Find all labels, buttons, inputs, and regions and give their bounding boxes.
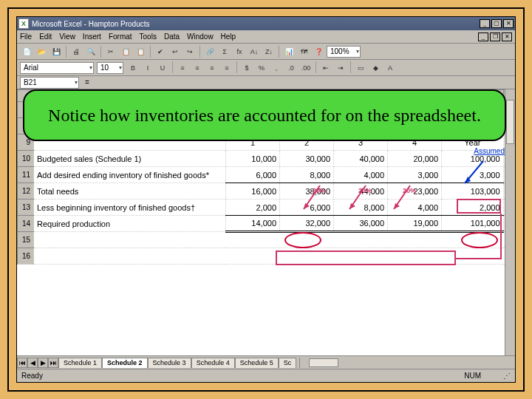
format-btn-16[interactable]: A [383,61,397,75]
toolbar-btn-8[interactable]: ✔ [154,45,167,58]
pct-arrow-3-icon [388,184,432,215]
tab-last-button[interactable]: ⏭ [48,358,58,368]
format-btn-8[interactable]: % [255,61,268,75]
status-left: Ready [21,372,43,380]
sheet-tab-3[interactable]: Schedule 4 [191,358,235,368]
doc-restore-button[interactable]: ❐ [490,33,500,41]
format-btn-0[interactable]: B [126,61,140,75]
font-size-combo[interactable]: 10 [97,62,123,74]
row-total-needs: 12 Total needs 16,00038,00044,00023,0001… [18,183,515,200]
format-btn-5[interactable]: ≡ [205,61,219,75]
toolbar-btn-3[interactable]: 🖨 [69,45,83,58]
menubar: FileEditViewInsertFormatToolsDataWindowH… [17,30,515,44]
menu-edit[interactable]: Edit [39,33,52,41]
format-btn-3[interactable]: ≡ [176,61,189,75]
toolbar-btn-10[interactable]: ↪ [183,45,197,58]
resize-grip-icon[interactable]: ⋰ [503,372,511,380]
toolbar-btn-7[interactable]: 📋 [134,45,147,58]
menu-file[interactable]: File [20,33,32,41]
standard-toolbar: 📄📂💾🖨🔍✂📋📋✔↩↪🔗ΣfxA↓Z↓📊🗺❓100% [17,44,515,60]
connector-line-2-icon [456,258,502,259]
connector-line-1-icon [500,214,502,258]
formatting-toolbar: Arial 10 BIU≡≡≡≡$%,.0.00⇤⇥▭◆A [17,60,515,76]
assumed-label: Assumed [474,147,505,155]
circle-annotation-2-icon [461,232,498,248]
tab-next-button[interactable]: ▶ [38,358,48,368]
pct-arrow-2-icon [344,184,388,215]
menu-tools[interactable]: Tools [140,33,157,41]
format-btn-11[interactable]: .00 [299,61,313,75]
equals-label: = [82,78,92,86]
status-bar: Ready NUM ⋰ [17,369,515,382]
excel-icon: X [18,18,29,29]
toolbar-btn-15[interactable]: Z↓ [262,45,276,58]
toolbar-btn-4[interactable]: 🔍 [84,45,98,58]
sheet-tab-0[interactable]: Schedule 1 [58,358,102,368]
format-btn-15[interactable]: ◆ [369,61,382,75]
toolbar-btn-12[interactable]: Σ [218,45,231,58]
toolbar-btn-14[interactable]: A↓ [248,45,261,58]
format-btn-4[interactable]: ≡ [191,61,204,75]
circle-annotation-1-icon [284,232,321,248]
doc-minimize-button[interactable]: _ [478,33,488,41]
toolbar-btn-16[interactable]: 📊 [282,45,296,58]
menu-view[interactable]: View [59,33,75,41]
format-btn-13[interactable]: ⇥ [334,61,347,75]
toolbar-btn-11[interactable]: 🔗 [203,45,216,58]
menu-window[interactable]: Window [187,33,214,41]
toolbar-btn-0[interactable]: 📄 [20,45,33,58]
format-btn-2[interactable]: U [156,61,169,75]
toolbar-btn-2[interactable]: 💾 [50,45,63,58]
format-btn-1[interactable]: I [141,61,154,75]
toolbar-btn-5[interactable]: ✂ [104,45,117,58]
format-btn-12[interactable]: ⇤ [319,61,332,75]
horizontal-scrollbar[interactable] [299,358,515,368]
toolbar-btn-1[interactable]: 📂 [35,45,48,58]
doc-close-button[interactable]: ✕ [502,33,512,41]
formula-bar: B21 = [17,76,515,89]
status-num: NUM [464,372,481,380]
pct-arrow-1-icon [298,184,342,215]
box-annotation-year-ending-icon [457,199,501,214]
worksheet-grid[interactable]: Notice how inventories are accounted for… [17,89,515,355]
row-required-production: 14 Required production 14,00032,00036,00… [18,216,515,232]
toolbar-btn-17[interactable]: 🗺 [297,45,310,58]
menu-format[interactable]: Format [109,33,132,41]
box-annotation-production-icon [276,250,456,265]
sheet-tab-2[interactable]: Schedule 3 [148,358,191,368]
sheet-tab-5[interactable]: Sc [279,358,297,368]
menu-help[interactable]: Help [221,33,236,41]
format-btn-14[interactable]: ▭ [354,61,367,75]
sheet-tab-4[interactable]: Schedule 5 [235,358,279,368]
tab-prev-button[interactable]: ◀ [27,358,38,368]
row-ending-inventory: 11 Add desired ending inventory of finis… [18,167,515,183]
tab-first-button[interactable]: ⏮ [17,358,27,368]
toolbar-btn-13[interactable]: fx [233,45,246,58]
format-btn-10[interactable]: .0 [284,61,298,75]
zoom-combo[interactable]: 100% [327,46,361,58]
vertical-scrollbar[interactable] [505,89,515,355]
titlebar: X Microsoft Excel - Hampton Products _ ▢… [17,17,515,30]
minimize-button[interactable]: _ [480,19,490,28]
row-beginning-inventory: 13 Less beginning inventory of finished … [18,200,515,216]
close-button[interactable]: ✕ [503,19,514,28]
assumed-arrow-icon [457,157,487,187]
format-btn-6[interactable]: ≡ [220,61,233,75]
sheet-tabs-bar: ⏮ ◀ ▶ ⏭ Schedule 1Schedule 2Schedule 3Sc… [17,355,515,369]
font-name-combo[interactable]: Arial [20,62,94,74]
sheet-tab-1[interactable]: Schedule 2 [102,358,148,368]
toolbar-btn-18[interactable]: ❓ [312,45,325,58]
row-budgeted-sales: 10 Budgeted sales (Schedule 1) 10,00030,… [18,151,515,167]
toolbar-btn-9[interactable]: ↩ [168,45,182,58]
format-btn-7[interactable]: $ [240,61,253,75]
menu-data[interactable]: Data [164,33,180,41]
menu-insert[interactable]: Insert [83,33,101,41]
window-title: Microsoft Excel - Hampton Products [32,20,150,28]
callout-box: Notice how inventories are accounted for… [23,89,506,141]
maximize-button[interactable]: ▢ [491,19,502,28]
format-btn-9[interactable]: , [270,61,283,75]
excel-window: X Microsoft Excel - Hampton Products _ ▢… [16,16,516,383]
toolbar-btn-6[interactable]: 📋 [119,45,132,58]
name-box[interactable]: B21 [20,77,79,89]
